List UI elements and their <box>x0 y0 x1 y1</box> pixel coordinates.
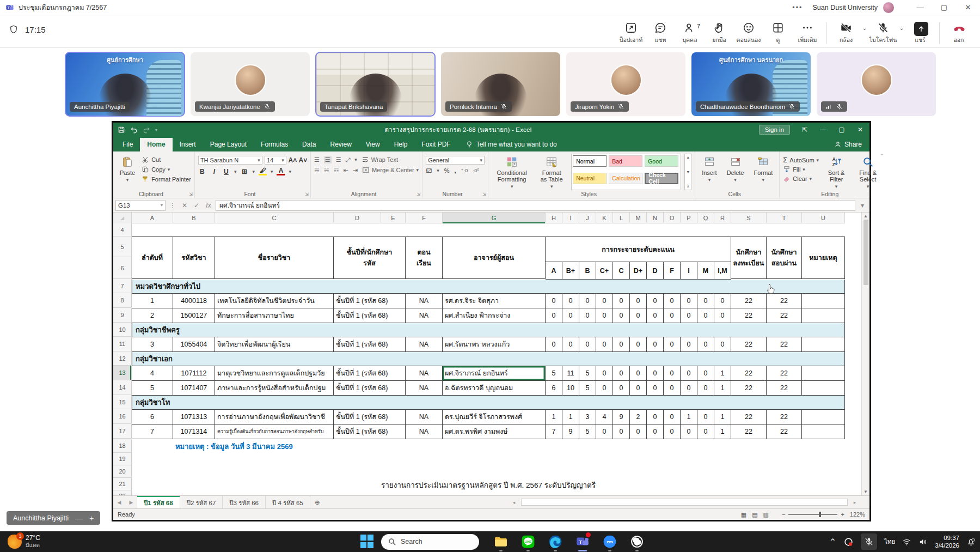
row-header-9[interactable]: 9 <box>113 308 132 323</box>
format-cells-button[interactable]: Format▾ <box>750 154 776 190</box>
cell-grade-B[interactable]: 3 <box>579 410 596 424</box>
cell-year[interactable]: ชั้นปีที่ 1 (รหัส 68) <box>334 410 406 424</box>
accounting-format-icon[interactable]: 🗠 <box>426 167 432 174</box>
cell-style-good[interactable]: Good <box>645 155 678 167</box>
cell-code[interactable]: 1071407 <box>173 381 215 396</box>
tray-mic-muted-icon[interactable] <box>861 533 877 550</box>
tell-me-box[interactable]: Tell me what you want to do <box>465 141 557 151</box>
header-grade-A[interactable]: A <box>546 262 562 280</box>
cell-grade-F[interactable]: 0 <box>664 337 681 352</box>
cell-grade-B[interactable]: 5 <box>579 424 596 439</box>
cell-grade-D[interactable]: 0 <box>647 308 664 323</box>
horizontal-scrollbar[interactable]: ◂▸ <box>508 496 869 508</box>
raise-hand-button[interactable]: ยกมือ <box>705 19 734 45</box>
sort-filter-button[interactable]: AZ Sort & Filter▾ <box>822 154 850 190</box>
cell-style-bad[interactable]: Bad <box>609 155 642 167</box>
cancel-icon[interactable]: ✕ <box>180 202 189 209</box>
font-color-button[interactable]: A <box>277 167 285 175</box>
percent-style-icon[interactable]: % <box>444 167 450 174</box>
cell-registered[interactable]: 22 <box>731 337 767 352</box>
cell-course-name[interactable]: ความรู้เบื้องต้นเกี่ยวกับการสอนภาษาอังกฤ… <box>215 424 334 439</box>
v-scroll-thumb[interactable] <box>863 220 868 285</box>
decrease-indent-icon[interactable]: ⇤ <box>344 167 348 174</box>
cell-grade-D[interactable]: 0 <box>647 294 664 308</box>
cell-course-name[interactable]: ภาษาและการรู้หนังสือสำหรับเด็กปฐม <box>215 381 334 396</box>
people-button[interactable]: 7บุคคล <box>675 19 705 45</box>
header-grade-C[interactable]: C <box>613 262 630 280</box>
page-layout-view-icon[interactable]: ▤ <box>752 511 757 518</box>
column-header-J[interactable]: J <box>579 213 596 223</box>
cell-style-neutral[interactable]: Neutral <box>573 173 607 184</box>
row-header-10[interactable]: 10 <box>113 323 132 337</box>
taskbar-app-zoom[interactable]: zm <box>600 532 620 551</box>
cell-grade-B+[interactable]: 10 <box>562 381 579 396</box>
enter-icon[interactable]: ✓ <box>192 202 201 209</box>
participant-tile-unnamed[interactable] <box>817 52 936 116</box>
cell-passed[interactable]: 22 <box>767 337 802 352</box>
cell-grade-I,M[interactable]: 1 <box>714 381 731 396</box>
cell-grade-B+[interactable]: 0 <box>562 294 579 308</box>
header-grade-C+[interactable]: C+ <box>596 262 613 280</box>
header-grade-I[interactable]: I <box>681 262 697 280</box>
cell-grade-C[interactable]: 0 <box>613 337 630 352</box>
row-header-17[interactable]: 17 <box>113 424 132 439</box>
fill-color-button[interactable]: 🖌 <box>259 167 267 175</box>
cell-grade-I[interactable]: 1 <box>681 410 697 424</box>
cell-remark[interactable] <box>802 410 845 424</box>
align-right-icon[interactable]: ☶ <box>334 167 339 174</box>
cell-grade-M[interactable]: 0 <box>697 337 714 352</box>
cell-grade-M[interactable]: 0 <box>697 424 714 439</box>
autosum-button[interactable]: ΣAutoSum▾ <box>783 156 819 164</box>
column-header-Q[interactable]: Q <box>697 213 714 223</box>
cell-teacher[interactable]: รศ.ดร.จิระ จิตสุภา <box>443 294 546 308</box>
row-header-15[interactable]: 15 <box>113 395 132 409</box>
cell-grade-B+[interactable]: 0 <box>562 308 579 323</box>
header-distribution-label[interactable]: การกระจายระดับคะแนน <box>546 237 731 262</box>
cell-registered[interactable]: 22 <box>731 424 767 439</box>
cell-passed[interactable]: 22 <box>767 424 802 439</box>
cell-no[interactable]: 5 <box>132 381 173 396</box>
cell-grade-D[interactable]: 0 <box>647 381 664 396</box>
row-header-16[interactable]: 16 <box>113 409 132 424</box>
shrink-font-button[interactable]: A˅ <box>299 156 307 165</box>
cell-teacher[interactable]: อ.ฉัตรทราวดี บุญถนอม <box>443 381 546 396</box>
cell-grade-I,M[interactable]: 1 <box>714 366 731 381</box>
cell-teacher[interactable]: ผศ.จิราภรณ์ ยกอินทร์ <box>443 366 546 381</box>
notification-bell-icon[interactable] <box>966 537 976 547</box>
cell-code[interactable]: 1055404 <box>173 337 215 352</box>
cell-grade-D+[interactable]: 0 <box>630 337 647 352</box>
blank-row-22[interactable] <box>132 491 845 495</box>
cell-grade-B+[interactable]: 11 <box>562 366 579 381</box>
wrap-text-button[interactable]: Wrap Text <box>362 156 398 163</box>
header-teacher[interactable]: อาจารย์ผู้สอน <box>443 236 546 279</box>
sheet-tab-ปี-4-รหัส-65[interactable]: ปี 4 รหัส 65 <box>266 496 310 508</box>
comma-style-icon[interactable]: , <box>454 167 456 174</box>
formula-input[interactable]: ผศ.จิราภรณ์ ยกอินทร์ <box>216 200 855 211</box>
share-workbook-button[interactable]: Share <box>834 141 862 151</box>
grow-font-button[interactable]: A˄ <box>289 156 297 165</box>
orientation-icon[interactable]: ⤢ <box>346 156 351 163</box>
sign-in-button[interactable]: Sign in <box>759 125 790 135</box>
cell-grade-I[interactable]: 0 <box>681 294 697 308</box>
cell-grade-F[interactable]: 0 <box>664 410 681 424</box>
taskbar-app-teams[interactable]: T <box>573 532 592 551</box>
cell-remark[interactable] <box>802 294 845 308</box>
cell-registered[interactable]: 22 <box>731 381 767 396</box>
bold-button[interactable]: B <box>198 167 206 175</box>
row-header-21[interactable]: 21 <box>113 478 132 490</box>
cell-grade-C+[interactable]: 0 <box>596 366 613 381</box>
header-grade-I,M[interactable]: I,M <box>714 262 731 280</box>
minimize-button[interactable]: — <box>908 0 932 15</box>
cell-remark[interactable] <box>802 308 845 323</box>
ribbon-tab-formulas[interactable]: Formulas <box>254 138 295 151</box>
cell-grade-I[interactable]: 0 <box>681 381 697 396</box>
increase-decimal-icon[interactable]: ⁺·0 <box>461 168 468 173</box>
cell-grade-I,M[interactable]: 1 <box>714 424 731 439</box>
cell-grade-A[interactable]: 6 <box>546 381 562 396</box>
cell-grade-C+[interactable]: 0 <box>596 381 613 396</box>
borders-button[interactable]: ⊞ <box>240 167 248 175</box>
copy-button[interactable]: Copy▾ <box>142 166 191 173</box>
column-header-B[interactable]: B <box>173 213 215 223</box>
font-size-select[interactable]: 14▾ <box>265 156 286 165</box>
cell-grade-D[interactable]: 0 <box>647 337 664 352</box>
